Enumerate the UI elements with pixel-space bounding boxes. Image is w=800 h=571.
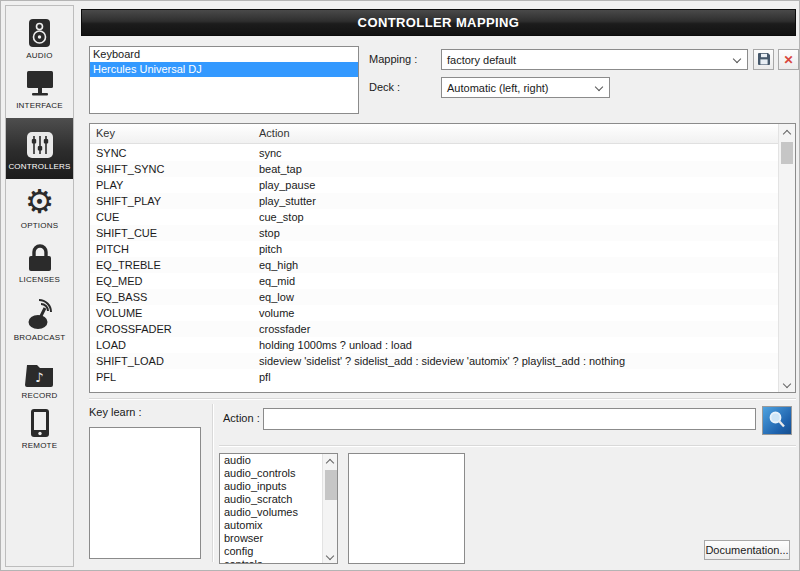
scroll-down-icon[interactable] — [779, 376, 795, 392]
table-cell-key: EQ_TREBLE — [90, 257, 259, 273]
action-detail-list[interactable] — [348, 453, 465, 564]
table-scrollbar[interactable] — [778, 124, 795, 392]
sidebar-item-remote[interactable]: REMOTE — [6, 406, 73, 450]
category-list-item[interactable]: controls — [220, 558, 322, 564]
table-row[interactable]: EQ_MED eq_mid — [90, 273, 778, 289]
category-list-item[interactable]: browser — [220, 532, 322, 545]
separator — [89, 398, 796, 399]
device-list-item[interactable]: Keyboard — [90, 47, 358, 62]
category-list-item[interactable]: audio — [220, 454, 322, 467]
scroll-up-icon[interactable] — [779, 124, 795, 140]
mapping-select[interactable]: factory default — [441, 49, 748, 70]
separator — [212, 404, 213, 562]
sidebar-item-record[interactable]: ♪ RECORD — [6, 356, 73, 400]
sidebar-item-controllers[interactable]: CONTROLLERS — [6, 118, 73, 179]
device-list: KeyboardHercules Universal DJ — [89, 46, 359, 114]
table-cell-key: SYNC — [90, 145, 259, 161]
gear-icon: ⚙ — [25, 186, 55, 218]
table-cell-key: SHIFT_LOAD — [90, 353, 259, 369]
category-list-item[interactable]: config — [220, 545, 322, 558]
speaker-icon — [28, 16, 51, 48]
table-cell-key: PFL — [90, 369, 259, 385]
column-header-key[interactable]: Key — [96, 127, 115, 139]
table-cell-action: sync — [259, 145, 778, 161]
table-cell-action: beat_tap — [259, 161, 778, 177]
chevron-down-icon — [733, 55, 741, 63]
table-row[interactable]: PITCH pitch — [90, 241, 778, 257]
floppy-disk-icon — [758, 53, 770, 67]
record-folder-icon: ♪ — [25, 356, 55, 388]
scroll-up-icon[interactable] — [323, 454, 337, 468]
red-x-icon: ✕ — [783, 54, 793, 66]
deck-select-value: Automatic (left, right) — [447, 82, 548, 94]
table-cell-action: eq_mid — [259, 273, 778, 289]
table-row[interactable]: LOAD holding 1000ms ? unload : load — [90, 337, 778, 353]
table-cell-action: eq_low — [259, 289, 778, 305]
table-row[interactable]: VOLUME volume — [90, 305, 778, 321]
table-row[interactable]: SHIFT_CUE stop — [90, 225, 778, 241]
table-row[interactable]: PFL pfl — [90, 369, 778, 385]
tablet-icon — [30, 406, 50, 438]
table-cell-key: SHIFT_CUE — [90, 225, 259, 241]
sidebar: AUDIO INTERFACE CONTROLLERS ⚙ OPTIONS LI… — [5, 5, 74, 567]
sidebar-item-broadcast[interactable]: BROADCAST — [6, 298, 73, 342]
category-list-item[interactable]: audio_volumes — [220, 506, 322, 519]
table-row[interactable]: EQ_TREBLE eq_high — [90, 257, 778, 273]
separator — [219, 445, 796, 446]
documentation-button[interactable]: Documentation... — [704, 540, 790, 560]
table-cell-action: cue_stop — [259, 209, 778, 225]
table-cell-action: sideview 'sidelist' ? sidelist_add : sid… — [259, 353, 778, 369]
action-input[interactable] — [263, 408, 756, 430]
table-row[interactable]: SHIFT_SYNC beat_tap — [90, 161, 778, 177]
table-cell-action: play_pause — [259, 177, 778, 193]
mapping-select-value: factory default — [447, 54, 516, 66]
table-body: SYNC sync SHIFT_SYNC beat_tap PLAY play_… — [90, 145, 778, 392]
sidebar-item-audio[interactable]: AUDIO — [6, 16, 73, 60]
column-header-action[interactable]: Action — [259, 127, 290, 139]
action-label: Action : — [223, 412, 260, 424]
table-row[interactable]: SYNC sync — [90, 145, 778, 161]
mapping-table: Key Action SYNC sync SHIFT_SYNC beat_tap… — [89, 123, 796, 393]
table-row[interactable]: EQ_BASS eq_low — [90, 289, 778, 305]
sidebar-item-interface[interactable]: INTERFACE — [6, 66, 73, 110]
action-search-button[interactable] — [762, 406, 792, 435]
table-row[interactable]: PLAY play_pause — [90, 177, 778, 193]
svg-text:♪: ♪ — [35, 370, 43, 385]
sidebar-item-licenses[interactable]: LICENSES — [6, 240, 73, 284]
table-cell-key: CUE — [90, 209, 259, 225]
table-row[interactable]: CROSSFADER crossfader — [90, 321, 778, 337]
deck-select[interactable]: Automatic (left, right) — [441, 77, 610, 98]
scrollbar-thumb[interactable] — [781, 142, 793, 164]
table-row[interactable]: SHIFT_LOAD sideview 'sidelist' ? sidelis… — [90, 353, 778, 369]
sidebar-item-label: INTERFACE — [16, 101, 63, 110]
table-cell-key: LOAD — [90, 337, 259, 353]
mapping-label: Mapping : — [369, 53, 417, 65]
category-list-item[interactable]: audio_controls — [220, 467, 322, 480]
category-list-item[interactable]: audio_scratch — [220, 493, 322, 506]
table-row[interactable]: SHIFT_PLAY play_stutter — [90, 193, 778, 209]
table-cell-key: PLAY — [90, 177, 259, 193]
category-list-item[interactable]: automix — [220, 519, 322, 532]
device-list-item[interactable]: Hercules Universal DJ — [90, 62, 358, 77]
key-learn-label: Key learn : — [89, 406, 142, 418]
table-cell-action: pfl — [259, 369, 778, 385]
delete-mapping-button[interactable]: ✕ — [778, 49, 799, 70]
magnifier-icon — [767, 410, 787, 432]
table-cell-action: volume — [259, 305, 778, 321]
key-learn-list[interactable] — [89, 427, 201, 559]
monitor-icon — [26, 66, 54, 98]
table-cell-action: stop — [259, 225, 778, 241]
table-cell-key: SHIFT_SYNC — [90, 161, 259, 177]
page-title: CONTROLLER MAPPING — [81, 9, 796, 36]
scroll-down-icon[interactable] — [323, 549, 337, 563]
scrollbar-thumb[interactable] — [325, 470, 337, 500]
sidebar-item-label: OPTIONS — [21, 221, 58, 230]
page-title-text: CONTROLLER MAPPING — [358, 15, 520, 30]
category-list-item[interactable]: audio_inputs — [220, 480, 322, 493]
sidebar-item-options[interactable]: ⚙ OPTIONS — [6, 186, 73, 230]
table-cell-key: EQ_BASS — [90, 289, 259, 305]
save-mapping-button[interactable] — [753, 49, 774, 70]
category-scrollbar[interactable] — [322, 454, 337, 563]
table-row[interactable]: CUE cue_stop — [90, 209, 778, 225]
sidebar-item-label: AUDIO — [26, 51, 52, 60]
